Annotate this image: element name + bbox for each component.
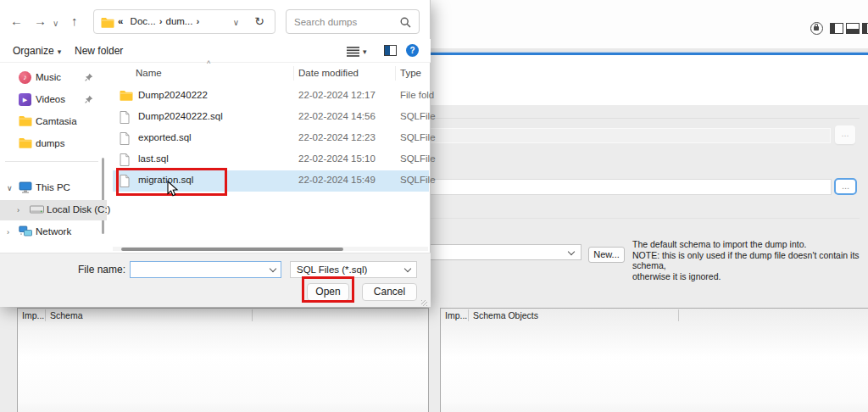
toggle-right-panel-icon[interactable] (862, 23, 868, 34)
command-bar: Organize▾ New folder ▾ ? (0, 39, 431, 63)
file-type-select[interactable]: SQL Files (*.sql) (290, 261, 417, 278)
refresh-icon[interactable]: ↻ (254, 14, 264, 28)
screen: ... ... New... The default schema to imp… (0, 0, 868, 412)
column-divider[interactable] (293, 66, 294, 81)
list-view-icon[interactable] (347, 47, 359, 57)
breadcrumb-separator-icon: › (156, 16, 166, 26)
chevron-down-icon (568, 248, 575, 255)
sidebar-item-videos[interactable]: ▶ Videos (0, 90, 107, 110)
breadcrumb-separator-icon[interactable]: › (192, 16, 203, 26)
file-icon (120, 111, 130, 124)
toggle-bottom-panel-icon[interactable] (846, 23, 860, 34)
note-line-1: The default schema to import the dump in… (632, 239, 861, 250)
column-divider[interactable] (678, 309, 679, 321)
note-line-3: otherwise it is ignored. (632, 271, 861, 282)
chevron-collapsed-icon[interactable]: › (17, 206, 19, 214)
column-divider[interactable] (252, 309, 253, 321)
file-type-value: SQL Files (*.sql) (297, 264, 367, 275)
sidebar-item-network[interactable]: › Network (0, 222, 107, 242)
pin-icon[interactable] (85, 95, 93, 103)
new-folder-button[interactable]: New folder (75, 45, 123, 57)
sidebar-item-this-pc[interactable]: ∨ This PC (0, 178, 107, 198)
videos-icon: ▶ (19, 93, 31, 106)
chevron-collapsed-icon[interactable]: › (7, 228, 9, 237)
column-divider[interactable] (395, 66, 396, 81)
lock-status-icon (810, 22, 823, 35)
breadcrumb-dumps[interactable]: dum... (166, 16, 193, 26)
view-options-caret-icon[interactable]: ▾ (363, 47, 367, 56)
column-header-type[interactable]: Type (400, 68, 421, 78)
browse-file-button[interactable]: ... (834, 178, 857, 195)
breadcrumb-documents[interactable]: Doc... (126, 16, 156, 26)
file-row-exported-sql[interactable]: exported.sql 22-02-2024 12:23 SQLFile (113, 128, 429, 149)
column-divider[interactable] (45, 309, 46, 321)
annotation-box-open-button (302, 276, 354, 303)
sidebar-item-camtasia[interactable]: Camtasia (0, 112, 107, 132)
search-icon (400, 17, 411, 28)
file-name-input[interactable] (134, 263, 265, 276)
network-icon (19, 225, 32, 237)
breadcrumb[interactable]: « Doc...›dum...› (118, 16, 203, 26)
chevron-expanded-icon[interactable]: ∨ (7, 184, 13, 192)
chevron-down-icon[interactable] (270, 265, 276, 272)
default-schema-note: The default schema to import the dump in… (632, 239, 861, 281)
file-open-dialog: ← → ∨ ↑ « Doc...›dum...› ∨ ↻ Organiz (0, 0, 431, 307)
note-line-2: NOTE: this is only used if the dump file… (632, 250, 861, 271)
lock-body (814, 26, 819, 31)
music-icon: ♪ (19, 71, 31, 84)
folder-icon (101, 17, 114, 28)
back-button[interactable]: ← (10, 14, 23, 27)
schema-objects-panel-header: Imp... Schema Objects (441, 309, 868, 321)
mouse-cursor (167, 181, 179, 198)
search-input[interactable] (294, 11, 394, 32)
column-header-name[interactable]: Name (136, 68, 162, 78)
dialog-footer: File name: SQL Files (*.sql) Open Cancel (0, 253, 431, 307)
sidebar-item-dumps[interactable]: dumps (0, 134, 107, 154)
sidebar-item-music[interactable]: ♪ Music (0, 68, 107, 88)
resize-grip[interactable] (421, 300, 427, 306)
pin-icon[interactable] (85, 73, 93, 81)
forward-button[interactable]: → (34, 14, 47, 27)
schema-objects-panel: Imp... Schema Objects (440, 308, 868, 412)
file-icon (120, 132, 130, 145)
help-icon[interactable]: ? (406, 44, 419, 57)
file-row-dump-sql[interactable]: Dump20240222.sql 22-02-2024 14:56 SQLFil… (113, 107, 429, 128)
column-schema: Schema (50, 310, 83, 320)
chevron-down-icon: ▾ (54, 47, 62, 56)
sidebar-item-local-disk[interactable]: › Local Disk (C:) (0, 200, 107, 220)
column-schema-objects: Schema Objects (473, 310, 538, 320)
file-row-dump-folder[interactable]: Dump20240222 22-02-2024 12:17 File fold (113, 86, 429, 107)
folder-icon (120, 90, 133, 101)
chevron-down-icon (404, 265, 411, 272)
toggle-left-panel-icon[interactable] (830, 23, 843, 34)
horizontal-scrollbar-thumb[interactable] (121, 248, 343, 251)
column-header-date-modified[interactable]: Date modified (298, 68, 359, 78)
new-schema-button[interactable]: New... (588, 247, 625, 263)
folder-icon (19, 137, 32, 148)
folder-icon (19, 115, 32, 126)
file-list-header: ^ Name Date modified Type (113, 65, 429, 82)
browse-folder-button: ... (835, 125, 855, 144)
breadcrumb-overflow[interactable]: « (118, 16, 123, 26)
file-name-label: File name: (51, 264, 125, 276)
file-icon (120, 153, 130, 166)
search-box[interactable] (286, 9, 420, 34)
schemas-panel: Imp... Schema (17, 308, 429, 412)
cancel-button[interactable]: Cancel (362, 283, 417, 301)
this-pc-icon (19, 181, 32, 193)
recent-locations-button[interactable]: ∨ (53, 17, 58, 30)
column-import: Imp... (22, 310, 44, 320)
organize-button[interactable]: Organize▾ (13, 45, 61, 57)
column-divider[interactable] (468, 309, 469, 321)
address-bar[interactable]: « Doc...›dum...› ∨ ↻ (93, 9, 275, 34)
schemas-panel-header: Imp... Schema (18, 309, 428, 321)
up-button[interactable]: ↑ (71, 14, 78, 27)
column-import: Imp... (445, 310, 467, 320)
local-disk-icon (30, 203, 44, 214)
sidebar-divider (5, 161, 98, 162)
file-name-combobox[interactable] (130, 261, 281, 278)
preview-pane-icon[interactable] (384, 45, 397, 56)
sort-ascending-icon: ^ (207, 59, 210, 68)
address-dropdown-icon[interactable]: ∨ (233, 18, 239, 27)
